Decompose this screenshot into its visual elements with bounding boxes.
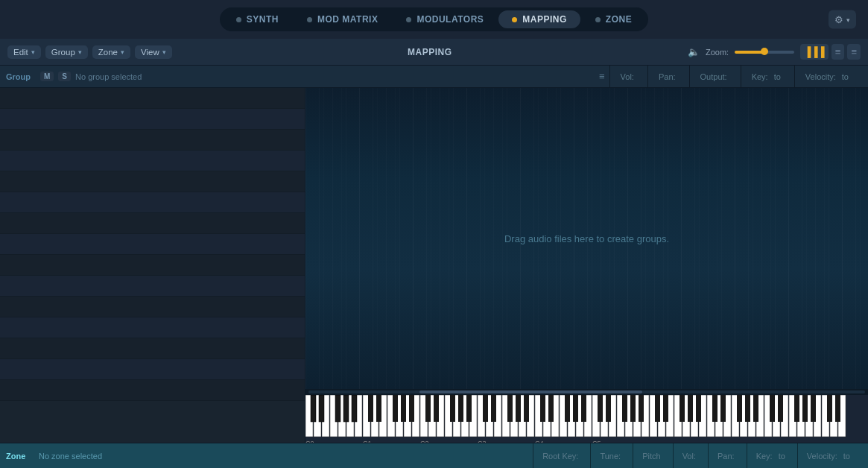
settings-button[interactable]: ⚙ ▾ [829, 10, 856, 29]
svg-rect-34 [425, 395, 431, 422]
svg-rect-86 [655, 395, 660, 422]
zone-key-to: to [779, 452, 785, 461]
svg-text:C4: C4 [535, 440, 544, 443]
svg-rect-90 [696, 395, 701, 422]
tab-modulators[interactable]: MODULATORS [393, 10, 497, 28]
strip-row-2 [0, 109, 305, 130]
strip-row-10 [0, 276, 305, 297]
zoom-slider-container[interactable] [735, 51, 794, 54]
svg-rect-23 [393, 395, 398, 422]
mapping-dot [512, 17, 517, 22]
main-area: Drag audio files here to create groups. [0, 88, 868, 443]
nav-tabs: SYNTH MOD MATRIX MODULATORS MAPPING ZONE [220, 7, 648, 31]
tab-mod-matrix[interactable]: MOD MATRIX [294, 10, 391, 28]
edit-menu-button[interactable]: Edit ▾ [7, 45, 41, 59]
tab-synth[interactable]: SYNTH [223, 10, 292, 28]
tab-mod-matrix-label: MOD MATRIX [317, 14, 378, 25]
zoom-thumb [761, 48, 768, 55]
scrollbar-thumb [419, 390, 642, 393]
velocity-to: to [842, 72, 849, 81]
svg-rect-9 [311, 395, 316, 422]
view-menu-button[interactable]: View ▾ [135, 45, 172, 59]
zoom-label: Zoom: [706, 48, 729, 57]
svg-rect-88 [679, 395, 685, 422]
mod-matrix-dot [307, 17, 312, 22]
strip-row-3 [0, 130, 305, 151]
zone-tune-field: Tune: [590, 443, 633, 469]
zone-key-field: Key: to [747, 443, 797, 469]
strip-row-5 [0, 171, 305, 192]
svg-rect-74 [606, 395, 611, 422]
svg-rect-48 [491, 395, 496, 422]
svg-rect-37 [458, 395, 463, 422]
detail-view-button[interactable]: ≡ [847, 44, 861, 60]
svg-rect-89 [688, 395, 693, 422]
synth-dot [236, 17, 241, 22]
tab-mapping-label: MAPPING [522, 14, 567, 25]
svg-rect-51 [524, 395, 529, 422]
svg-text:C5: C5 [592, 440, 601, 443]
svg-rect-111 [778, 395, 783, 422]
svg-rect-22 [376, 395, 381, 422]
svg-rect-12 [343, 395, 349, 422]
strip-row-11 [0, 297, 305, 317]
svg-rect-35 [434, 395, 439, 422]
strip-row-7 [0, 213, 305, 234]
svg-rect-49 [507, 395, 513, 422]
svg-rect-47 [483, 395, 488, 422]
list-view-button[interactable]: ≡ [831, 44, 845, 60]
zone-row: Zone No zone selected Root Key: Tune: Pi… [0, 443, 868, 468]
horizontal-scrollbar[interactable] [305, 389, 868, 395]
strip-row-13 [0, 338, 305, 359]
piano-keyboard[interactable]: C1 C2 [305, 395, 868, 443]
key-to: to [774, 72, 781, 81]
c0-label: C0 [305, 440, 314, 443]
svg-rect-64 [581, 395, 586, 422]
svg-rect-118 [827, 395, 832, 422]
group-solo-button[interactable]: S [58, 72, 71, 81]
svg-rect-50 [516, 395, 521, 422]
svg-rect-60 [540, 395, 545, 422]
tab-mapping[interactable]: MAPPING [498, 10, 580, 28]
zoom-slider[interactable] [735, 51, 794, 54]
modulators-dot [406, 17, 411, 22]
toolbar: Edit ▾ Group ▾ Zone ▾ View ▾ MAPPING 🔈 Z… [0, 39, 868, 66]
grid-svg [305, 88, 868, 389]
toolbar-title: MAPPING [177, 47, 683, 57]
svg-rect-75 [622, 395, 627, 422]
svg-rect-61 [548, 395, 554, 422]
strip-row-4 [0, 151, 305, 171]
pan-label: Pan: [659, 72, 676, 81]
svg-rect-13 [352, 395, 357, 422]
drag-hint: Drag audio files here to create groups. [504, 233, 669, 244]
bar-view-button[interactable]: ▐▐▐ [800, 44, 829, 60]
bar-chart-icon: ▐▐▐ [804, 46, 825, 57]
tab-zone-label: ZONE [606, 14, 632, 25]
zone-menu-button[interactable]: Zone ▾ [92, 45, 130, 59]
toolbar-right: 🔈 Zoom: ▐▐▐ ≡ ≡ [688, 44, 861, 60]
view-label: View [141, 48, 159, 57]
strip-row-9 [0, 255, 305, 276]
zone-vol-field: Vol: [673, 443, 708, 469]
velocity-label: Velocity: [805, 72, 836, 81]
group-menu-button[interactable]: Group ▾ [45, 45, 88, 59]
piano-roll-bg: Drag audio files here to create groups. [305, 88, 868, 389]
zone-tune-label: Tune: [600, 452, 621, 461]
zone-velocity-to: to [843, 452, 850, 461]
group-mute-button[interactable]: M [40, 72, 54, 81]
piano-svg: C1 C2 [305, 395, 868, 443]
tab-zone[interactable]: ZONE [582, 10, 645, 28]
svg-rect-110 [770, 395, 775, 422]
svg-rect-62 [565, 395, 570, 422]
svg-rect-77 [639, 395, 644, 422]
svg-text:C2: C2 [420, 440, 429, 443]
zone-pan-field: Pan: [708, 443, 747, 469]
top-nav: SYNTH MOD MATRIX MODULATORS MAPPING ZONE… [0, 0, 868, 39]
edit-chevron: ▾ [31, 48, 35, 56]
group-menu-icon[interactable]: ≡ [599, 71, 605, 82]
svg-rect-98 [712, 395, 717, 422]
strip-row-6 [0, 192, 305, 213]
speaker-icon: 🔈 [688, 46, 700, 57]
svg-rect-73 [598, 395, 603, 422]
key-field: Key: to [741, 66, 794, 88]
